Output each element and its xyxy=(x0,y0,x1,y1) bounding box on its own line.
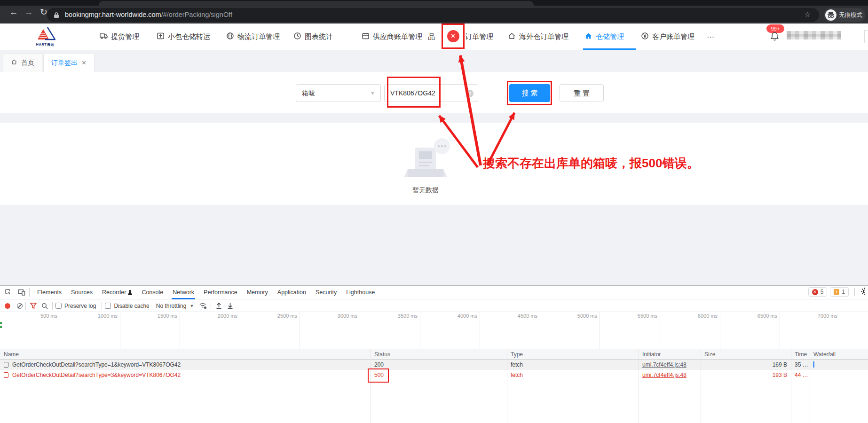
nav-item-0[interactable]: 提货管理 xyxy=(100,24,139,50)
devtools-panel: ElementsSourcesRecorderConsoleNetworkPer… xyxy=(0,285,868,423)
nav-item-2[interactable]: 物流订单管理 xyxy=(226,24,280,50)
column-header-name[interactable]: Name xyxy=(0,349,371,360)
page-tab-1[interactable]: 订单签出✕ xyxy=(43,53,95,72)
browser-active-tab[interactable] xyxy=(99,1,534,6)
url-bar[interactable]: bookingmgr.hart-worldwide.com/#/orderPac… xyxy=(47,8,819,22)
disable-cache-label: Disable cache xyxy=(114,303,149,309)
column-divider[interactable] xyxy=(507,349,507,423)
ellipsis-icon: ⋯ xyxy=(707,32,714,41)
devtools-tab-label: Application xyxy=(277,286,306,299)
network-request-row[interactable]: GetOrderCheckOutDetail?searchType=3&keyw… xyxy=(0,370,868,380)
nav-item-8[interactable]: 客户账单管理 xyxy=(641,24,694,50)
username-blurred[interactable] xyxy=(787,31,841,39)
timeline-ruler xyxy=(0,312,868,320)
console-warning-badge[interactable]: !1 xyxy=(830,287,849,297)
annotation-text: 搜索不存在出库单的箱唛，报500错误。 xyxy=(483,155,699,172)
app-logo[interactable]: HART海运 xyxy=(33,26,57,47)
empty-state: 暂无数据 xyxy=(379,130,473,200)
column-header-waterfall[interactable]: Waterfall xyxy=(810,349,868,360)
profile-chip[interactable]: 无痕模式 xyxy=(824,8,865,22)
nav-item-label: 提货管理 xyxy=(111,32,139,41)
nav-item-6[interactable]: 海外仓订单管理 xyxy=(508,24,568,50)
devtools-tab-label: Recorder xyxy=(102,286,126,299)
disable-cache-checkbox[interactable] xyxy=(105,303,111,309)
import-har-icon[interactable] xyxy=(214,301,223,311)
incognito-icon xyxy=(825,9,836,21)
user-menu-sliver[interactable] xyxy=(864,30,868,43)
timeline-gridline xyxy=(240,312,240,349)
nav-item-label: 海外仓订单管理 xyxy=(519,32,568,41)
timeline-gridline xyxy=(300,312,300,349)
nav-item-label: 仓储管理 xyxy=(596,32,624,41)
timeline-gridline xyxy=(600,312,600,349)
request-initiator-link[interactable]: umi.7cf4eff4.js:48 xyxy=(642,361,687,368)
devtools-tab-application[interactable]: Application xyxy=(273,286,311,299)
column-header-size[interactable]: Size xyxy=(701,349,791,360)
nav-item-label: 订单管理 xyxy=(465,32,493,41)
column-header-initiator[interactable]: Initiator xyxy=(639,349,701,360)
devtools-tab-lighthouse[interactable]: Lighthouse xyxy=(341,286,379,299)
nav-item-more[interactable]: ⋯ xyxy=(707,24,714,50)
nav-item-3[interactable]: 图表统计 xyxy=(293,24,333,50)
devtools-tab-sources[interactable]: Sources xyxy=(66,286,97,299)
devtools-tab-elements[interactable]: Elements xyxy=(32,286,66,299)
devtools-tab-memory[interactable]: Memory xyxy=(242,286,273,299)
nav-item-4[interactable]: 供应商账单管理 xyxy=(362,24,422,50)
devtools-tab-label: Security xyxy=(316,286,337,299)
filter-icon[interactable] xyxy=(29,301,38,311)
timeline-gridline xyxy=(60,312,60,349)
timeline-tick-label: 4500 ms xyxy=(505,313,537,319)
package-icon xyxy=(157,32,165,41)
bookmark-star-icon[interactable]: ☆ xyxy=(805,10,811,19)
throttling-select[interactable]: No throttling xyxy=(156,303,187,309)
clock-icon xyxy=(293,32,301,41)
devtools-tab-security[interactable]: Security xyxy=(311,286,341,299)
nav-item-1[interactable]: 小包仓储转运 xyxy=(157,24,210,50)
error-x-icon: ✕ xyxy=(447,30,459,42)
console-error-badge[interactable]: ✕5 xyxy=(808,287,828,297)
network-request-row[interactable]: GetOrderCheckOutDetail?searchType=1&keyw… xyxy=(0,360,868,370)
reset-button[interactable]: 重 置 xyxy=(560,84,604,102)
timeline-gridline xyxy=(660,312,660,349)
preserve-log-checkbox[interactable] xyxy=(55,303,62,309)
column-divider[interactable] xyxy=(701,349,701,423)
network-conditions-icon[interactable] xyxy=(198,301,208,311)
column-divider[interactable] xyxy=(639,349,639,423)
request-initiator-link[interactable]: umi.7cf4eff4.js:48 xyxy=(642,372,687,378)
network-toolbar: Preserve log Disable cache No throttling… xyxy=(0,300,868,312)
search-network-icon[interactable] xyxy=(40,301,49,311)
select-value: 箱唛 xyxy=(302,89,315,97)
column-header-type[interactable]: Type xyxy=(507,349,639,360)
timeline-tick-label: 3000 ms xyxy=(324,313,357,319)
search-type-select[interactable]: 箱唛 ▼ xyxy=(296,84,381,102)
column-header-time[interactable]: Time xyxy=(791,349,810,360)
browser-back-button[interactable]: ← xyxy=(8,6,20,18)
column-divider[interactable] xyxy=(810,349,810,423)
browser-forward-button[interactable]: → xyxy=(23,6,35,18)
empty-label: 暂无数据 xyxy=(397,186,454,195)
device-toolbar-icon[interactable] xyxy=(17,288,26,297)
inspect-element-icon[interactable] xyxy=(4,288,13,297)
bell-icon[interactable] xyxy=(770,31,779,43)
close-tab-icon[interactable]: ✕ xyxy=(81,59,87,66)
column-divider[interactable] xyxy=(791,349,791,423)
experiment-icon xyxy=(128,290,132,295)
empty-document-icon xyxy=(415,148,436,172)
page-tab-0[interactable]: 首页 xyxy=(3,53,42,72)
devtools-tab-console[interactable]: Console xyxy=(137,286,168,299)
timeline-overview[interactable] xyxy=(0,320,868,349)
timeline-gridline xyxy=(360,312,360,349)
clear-network-log-icon[interactable] xyxy=(17,303,23,309)
annotation-box-input xyxy=(387,77,441,108)
clear-input-icon[interactable]: ✕ xyxy=(466,90,473,97)
nav-item-7[interactable]: 仓储管理 xyxy=(584,24,624,50)
export-har-icon[interactable] xyxy=(225,301,235,311)
calendar-icon xyxy=(362,32,370,41)
devtools-tab-recorder[interactable]: Recorder xyxy=(97,286,137,299)
column-divider[interactable] xyxy=(371,349,371,423)
devtools-tab-performance[interactable]: Performance xyxy=(199,286,242,299)
settings-gear-icon[interactable] xyxy=(860,287,865,297)
devtools-tab-network[interactable]: Network xyxy=(168,286,199,299)
record-button[interactable] xyxy=(5,303,10,309)
column-header-status[interactable]: Status xyxy=(371,349,507,360)
